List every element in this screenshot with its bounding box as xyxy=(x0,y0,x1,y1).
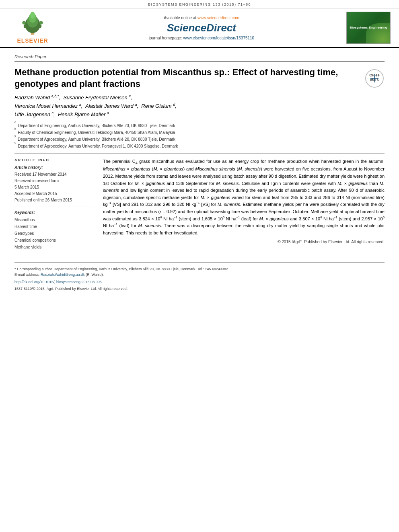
footer-notes: * Corresponding author. Department of En… xyxy=(14,263,385,292)
received-revised-date: 5 March 2015 xyxy=(14,184,95,191)
elsevier-text: ELSEVIER xyxy=(17,37,48,44)
email-suffix: (R. Wahid). xyxy=(86,273,104,277)
journal-cover: Biosystems Engineering xyxy=(346,12,391,44)
sciencedirect-url[interactable]: www.sciencedirect.com xyxy=(197,16,239,20)
affiliation-a: a Department of Engineering, Aarhus Univ… xyxy=(14,122,385,129)
author-5: Rene Gislum d, xyxy=(141,103,176,109)
affiliation-b: b Faculty of Chemical Engineering, Unive… xyxy=(14,129,385,136)
available-online-text: Available online at www.sciencedirect.co… xyxy=(164,16,239,20)
elsevier-tree-icon xyxy=(16,12,49,36)
banner: ELSEVIER Available online at www.science… xyxy=(0,8,399,48)
affiliation-c: c Department of Agroecology, Aarhus Univ… xyxy=(14,136,385,143)
two-col-layout: ARTICLE INFO Article history: Received 1… xyxy=(14,158,385,251)
issn-line: 1537-5110/© 2015 IAgrI. Published by Els… xyxy=(14,286,385,292)
svg-point-7 xyxy=(22,21,26,25)
affiliations: a Department of Engineering, Aarhus Univ… xyxy=(14,122,385,150)
keyword-3: Genotypes xyxy=(14,230,95,237)
doi-link[interactable]: http://dx.doi.org/10.1016/j.biosystemsen… xyxy=(14,280,102,284)
abstract-column: The perennial C4 grass miscanthus was ev… xyxy=(103,158,385,251)
sciencedirect-brand: ScienceDirect xyxy=(167,22,236,34)
email-line: E-mail address: Radziah.Wahid@eng.au.dk … xyxy=(14,272,385,277)
authors: Radziah Wahid a,b,*, Susanne Frydendal N… xyxy=(14,94,385,119)
divider-top xyxy=(14,154,385,154)
affiliation-d: d Department of Agroecology, Aarhus Univ… xyxy=(14,143,385,150)
abstract-copyright: © 2015 IAgrE. Published by Elsevier Ltd.… xyxy=(103,240,385,244)
elsevier-logo-container: ELSEVIER xyxy=(6,12,59,44)
science-text: Science xyxy=(167,22,206,34)
article-history-label: Article history: xyxy=(14,165,95,170)
keyword-1: Miscanthus xyxy=(14,216,95,223)
article-title: Methane production potential from Miscan… xyxy=(14,67,360,90)
info-divider xyxy=(14,207,95,207)
svg-point-4 xyxy=(30,12,35,18)
author-1: Radziah Wahid a,b,*, xyxy=(14,94,62,101)
svg-point-6 xyxy=(37,24,41,28)
author-7: Henrik Bjarne Møller a xyxy=(58,111,109,117)
published-online: Published online 26 March 2015 xyxy=(14,197,95,203)
keyword-2: Harvest time xyxy=(14,223,95,230)
author-6: Uffe Jørgensen c, xyxy=(14,111,56,117)
author-2: Susanne Frydendal Nielsen c, xyxy=(63,94,132,101)
doi-line: http://dx.doi.org/10.1016/j.biosystemsen… xyxy=(14,279,385,285)
keyword-4: Chemical compositions xyxy=(14,237,95,244)
author-4: Alastair James Ward a, xyxy=(85,103,140,109)
journal-cover-container: Biosystems Engineering xyxy=(344,12,393,44)
author-email[interactable]: Radziah.Wahid@eng.au.dk xyxy=(41,273,84,277)
corresponding-note: * Corresponding author. Department of En… xyxy=(14,266,385,272)
received-revised-label: Received in revised form xyxy=(14,178,95,184)
keyword-5: Methane yields xyxy=(14,244,95,251)
author-3: Veronica Moset Hernandez a, xyxy=(14,103,84,109)
cover-title: Biosystems Engineering xyxy=(350,26,387,30)
svg-point-5 xyxy=(24,24,28,28)
keywords-label: Keywords: xyxy=(14,210,95,215)
journal-homepage-link[interactable]: www.elsevier.com/locate/issn/15375110 xyxy=(183,36,254,40)
journal-header: BIOSYSTEMS ENGINEERING 133 (2015) 71–80 xyxy=(0,0,399,8)
article-info-heading: ARTICLE INFO xyxy=(14,158,95,162)
svg-point-8 xyxy=(39,21,43,25)
elsevier-logo: ELSEVIER xyxy=(16,12,49,44)
crossmark-icon: Cross Mark xyxy=(364,68,385,88)
accepted-date: Accepted 9 March 2015 xyxy=(14,191,95,197)
journal-homepage: journal homepage: www.elsevier.com/locat… xyxy=(149,36,254,40)
article-title-container: Methane production potential from Miscan… xyxy=(14,67,385,90)
received-date: Received 17 November 2014 xyxy=(14,171,95,178)
main-content: Research Paper Methane production potent… xyxy=(0,48,399,298)
abstract-text: The perennial C4 grass miscanthus was ev… xyxy=(103,158,385,237)
article-type-label: Research Paper xyxy=(14,54,385,62)
article-info-column: ARTICLE INFO Article history: Received 1… xyxy=(14,158,95,251)
banner-center: Available online at www.sciencedirect.co… xyxy=(63,12,340,44)
direct-text: Direct xyxy=(206,22,236,34)
